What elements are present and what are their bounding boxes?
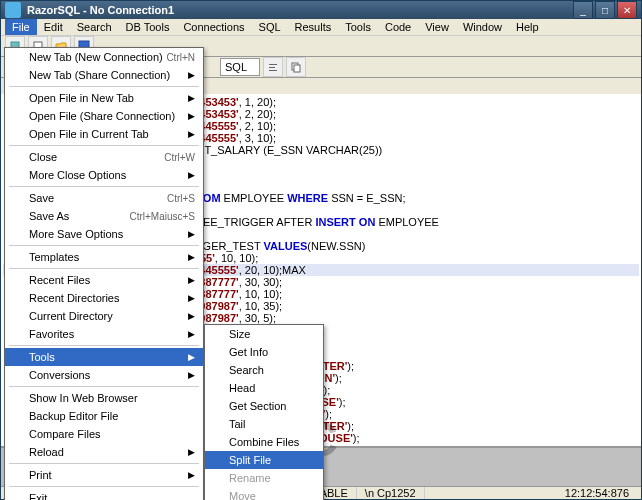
menu-db-tools[interactable]: DB Tools: [119, 19, 177, 35]
submenu-arrow-icon: ▶: [188, 229, 195, 239]
menu-item-favorites[interactable]: Favorites▶: [5, 325, 203, 343]
window-title: RazorSQL - No Connection1: [27, 4, 573, 16]
app-icon: [5, 2, 21, 18]
submenu-arrow-icon: ▶: [188, 170, 195, 180]
submenu-item-split-file[interactable]: Split File: [205, 451, 323, 469]
menu-connections[interactable]: Connections: [176, 19, 251, 35]
menu-separator: [9, 463, 199, 464]
menu-separator: [9, 186, 199, 187]
menu-search[interactable]: Search: [70, 19, 119, 35]
submenu-item-combine-files[interactable]: Combine Files: [205, 433, 323, 451]
menu-separator: [9, 245, 199, 246]
menu-item-tools[interactable]: Tools▶: [5, 348, 203, 366]
menu-item-reload[interactable]: Reload▶: [5, 443, 203, 461]
submenu-arrow-icon: ▶: [188, 129, 195, 139]
menu-code[interactable]: Code: [378, 19, 418, 35]
menu-item-new-tab-new-connection-[interactable]: New Tab (New Connection)Ctrl+N: [5, 48, 203, 66]
menu-item-open-file-share-connection-[interactable]: Open File (Share Connection)▶: [5, 107, 203, 125]
submenu-item-get-info[interactable]: Get Info: [205, 343, 323, 361]
file-menu-dropdown: New Tab (New Connection)Ctrl+NNew Tab (S…: [4, 47, 204, 500]
svg-rect-5: [269, 70, 277, 71]
submenu-arrow-icon: ▶: [188, 70, 195, 80]
menu-item-open-file-in-current-tab[interactable]: Open File in Current Tab▶: [5, 125, 203, 143]
submenu-arrow-icon: ▶: [188, 370, 195, 380]
menu-item-recent-files[interactable]: Recent Files▶: [5, 271, 203, 289]
menu-item-templates[interactable]: Templates▶: [5, 248, 203, 266]
menu-separator: [9, 86, 199, 87]
submenu-item-size[interactable]: Size: [205, 325, 323, 343]
submenu-item-tail[interactable]: Tail: [205, 415, 323, 433]
menu-window[interactable]: Window: [456, 19, 509, 35]
submenu-arrow-icon: ▶: [188, 352, 195, 362]
submenu-arrow-icon: ▶: [188, 111, 195, 121]
menu-view[interactable]: View: [418, 19, 456, 35]
submenu-arrow-icon: ▶: [188, 275, 195, 285]
menu-item-open-file-in-new-tab[interactable]: Open File in New Tab▶: [5, 89, 203, 107]
menu-separator: [9, 145, 199, 146]
svg-rect-3: [269, 64, 277, 65]
submenu-arrow-icon: ▶: [188, 470, 195, 480]
menu-item-exit[interactable]: Exit: [5, 489, 203, 500]
submenu-arrow-icon: ▶: [188, 293, 195, 303]
menu-item-save[interactable]: SaveCtrl+S: [5, 189, 203, 207]
menu-item-recent-directories[interactable]: Recent Directories▶: [5, 289, 203, 307]
menu-separator: [9, 345, 199, 346]
menu-item-compare-files[interactable]: Compare Files: [5, 425, 203, 443]
menu-item-close[interactable]: CloseCtrl+W: [5, 148, 203, 166]
menu-separator: [9, 268, 199, 269]
language-select[interactable]: SQL: [220, 58, 260, 76]
status-encoding: \n Cp1252: [357, 487, 425, 499]
titlebar[interactable]: RazorSQL - No Connection1 _ □ ✕: [1, 1, 641, 19]
menu-item-conversions[interactable]: Conversions▶: [5, 366, 203, 384]
submenu-arrow-icon: ▶: [188, 252, 195, 262]
submenu-item-search[interactable]: Search: [205, 361, 323, 379]
submenu-item-rename: Rename: [205, 469, 323, 487]
svg-rect-4: [269, 67, 275, 68]
menu-file[interactable]: File: [5, 19, 37, 35]
close-button[interactable]: ✕: [617, 1, 637, 19]
menu-item-print[interactable]: Print▶: [5, 466, 203, 484]
menu-help[interactable]: Help: [509, 19, 546, 35]
menu-item-more-save-options[interactable]: More Save Options▶: [5, 225, 203, 243]
maximize-button[interactable]: □: [595, 1, 615, 19]
submenu-item-move: Move: [205, 487, 323, 500]
menu-sql[interactable]: SQL: [252, 19, 288, 35]
menu-item-new-tab-share-connection-[interactable]: New Tab (Share Connection)▶: [5, 66, 203, 84]
menu-item-save-as[interactable]: Save AsCtrl+Maiusc+S: [5, 207, 203, 225]
menu-separator: [9, 486, 199, 487]
menu-item-more-close-options[interactable]: More Close Options▶: [5, 166, 203, 184]
copy-icon[interactable]: [286, 57, 306, 77]
menu-item-current-directory[interactable]: Current Directory▶: [5, 307, 203, 325]
menu-tools[interactable]: Tools: [338, 19, 378, 35]
svg-rect-7: [294, 65, 300, 72]
menubar: FileEditSearchDB ToolsConnectionsSQLResu…: [1, 19, 641, 36]
menu-item-show-in-web-browser[interactable]: Show In Web Browser: [5, 389, 203, 407]
submenu-item-head[interactable]: Head: [205, 379, 323, 397]
tools-submenu-dropdown: SizeGet InfoSearchHeadGet SectionTailCom…: [204, 324, 324, 500]
status-time: 12:12:54:876: [557, 487, 637, 499]
menu-item-backup-editor-file[interactable]: Backup Editor File: [5, 407, 203, 425]
submenu-arrow-icon: ▶: [188, 93, 195, 103]
menu-results[interactable]: Results: [288, 19, 339, 35]
submenu-arrow-icon: ▶: [188, 311, 195, 321]
minimize-button[interactable]: _: [573, 1, 593, 19]
menu-separator: [9, 386, 199, 387]
submenu-arrow-icon: ▶: [188, 447, 195, 457]
menu-edit[interactable]: Edit: [37, 19, 70, 35]
submenu-arrow-icon: ▶: [188, 329, 195, 339]
format-icon[interactable]: [263, 57, 283, 77]
submenu-item-get-section[interactable]: Get Section: [205, 397, 323, 415]
